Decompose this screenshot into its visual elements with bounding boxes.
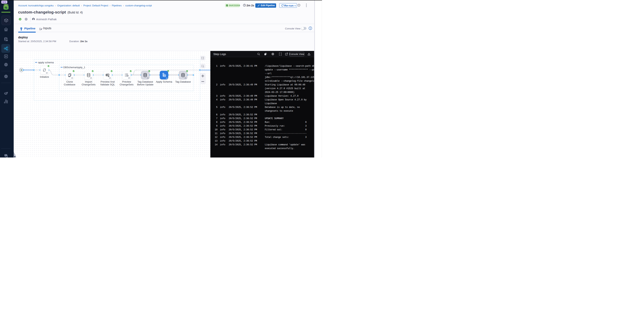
svg-text:?: ? bbox=[5, 154, 6, 156]
